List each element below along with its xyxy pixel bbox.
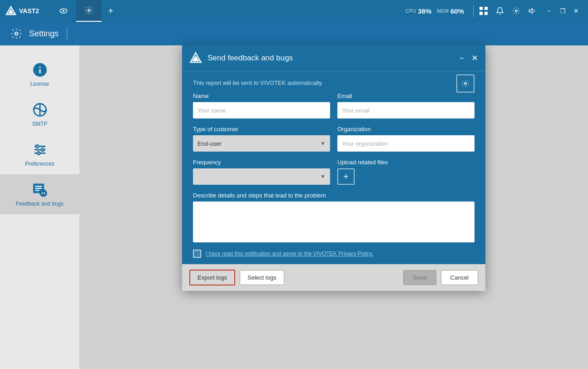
preferences-icon (32, 142, 48, 158)
cpu-stats: CPU 38% (405, 7, 431, 15)
topbar-icons (477, 5, 539, 17)
send-button[interactable]: Send (403, 270, 436, 285)
close-button[interactable]: ✕ (570, 5, 583, 17)
svg-point-28 (41, 192, 43, 194)
add-tab-button[interactable]: + (102, 6, 120, 16)
config-button[interactable] (456, 74, 474, 93)
dialog-logo-icon (189, 52, 202, 64)
frequency-select-wrap: Always Daily Weekly ▼ (193, 168, 330, 185)
name-label: Name (193, 93, 330, 99)
mem-value: 60% (450, 7, 464, 15)
settings-subheader-icon (10, 28, 22, 39)
main-layout: License SMTP Preferences (0, 45, 588, 369)
svg-marker-10 (529, 9, 533, 14)
svg-point-21 (41, 148, 44, 151)
info-icon (32, 62, 48, 78)
svg-point-20 (36, 145, 39, 148)
preferences-label: Preferences (25, 161, 54, 167)
subheader: Settings (0, 22, 588, 45)
privacy-text[interactable]: I have read this notification and agree … (206, 251, 373, 257)
frequency-group: Frequency Always Daily Weekly ▼ (193, 159, 330, 185)
svg-point-14 (39, 67, 40, 68)
smtp-label: SMTP (32, 121, 47, 127)
frequency-upload-row: Frequency Always Daily Weekly ▼ (193, 159, 474, 185)
privacy-checkbox[interactable] (193, 250, 201, 258)
license-label: License (30, 81, 49, 87)
topbar: VAST2 + CPU 38% MEM 60% (0, 0, 588, 22)
organization-label: Organization (337, 126, 474, 133)
organization-input[interactable] (337, 135, 474, 152)
email-group: Email (337, 93, 474, 118)
dialog-header: Send feedback and bugs − ✕ (182, 45, 485, 71)
app-logo: VAST2 (5, 5, 51, 16)
bell-icon[interactable] (494, 5, 506, 17)
sidebar: License SMTP Preferences (0, 45, 79, 369)
describe-label: Describe details and steps that lead to … (193, 192, 474, 199)
app-name: VAST2 (19, 7, 39, 15)
description-group: Describe details and steps that lead to … (193, 192, 474, 244)
name-input[interactable] (193, 102, 330, 118)
volume-icon[interactable] (526, 5, 539, 17)
mem-label: MEM (437, 8, 449, 14)
name-group: Name (193, 93, 330, 118)
frequency-label: Frequency (193, 159, 330, 166)
upload-group: Upload related files + (337, 159, 474, 185)
tab-eye[interactable] (51, 0, 76, 22)
cpu-value: 38% (418, 7, 431, 15)
svg-point-27 (40, 190, 47, 197)
cancel-button[interactable]: Cancel (441, 270, 478, 285)
svg-point-11 (15, 32, 18, 35)
topbar-divider (473, 5, 474, 17)
email-label: Email (337, 93, 474, 99)
svg-rect-6 (484, 7, 488, 10)
settings-icon-wrap (9, 26, 24, 41)
organization-group: Organization (337, 126, 474, 152)
svg-point-4 (88, 10, 90, 12)
svg-rect-5 (479, 7, 483, 10)
customer-org-row: Type of customer End-user Reseller Integ… (193, 126, 474, 152)
dialog-close-button[interactable]: ✕ (471, 54, 478, 62)
feedback-icon (32, 182, 48, 198)
grid-icon[interactable] (477, 5, 490, 17)
upload-label: Upload related files (337, 159, 474, 166)
dialog-container: Send feedback and bugs − ✕ This report w… (79, 45, 588, 369)
restore-button[interactable]: ❐ (556, 5, 569, 17)
sidebar-item-feedback[interactable]: Feedback and bugs (0, 174, 79, 214)
upload-button[interactable]: + (337, 168, 355, 185)
dialog-footer: Export logs Select logs Send Cancel (182, 264, 485, 291)
dialog-minimize-button[interactable]: − (459, 54, 464, 62)
description-textarea[interactable] (193, 202, 474, 242)
smtp-icon (32, 102, 48, 118)
export-logs-button[interactable]: Export logs (189, 270, 235, 285)
email-input[interactable] (337, 102, 474, 118)
settings-title: Settings (29, 29, 59, 39)
feedback-dialog: Send feedback and bugs − ✕ This report w… (182, 45, 485, 291)
frequency-select[interactable]: Always Daily Weekly (193, 168, 330, 185)
sidebar-item-license[interactable]: License (0, 54, 79, 94)
content-area: Send feedback and bugs − ✕ This report w… (79, 45, 588, 369)
minimize-button[interactable]: − (543, 5, 555, 17)
select-logs-button[interactable]: Select logs (240, 270, 284, 285)
dialog-body: This report will be sent to VIVOTEK auto… (182, 71, 485, 264)
cpu-label: CPU (405, 8, 416, 14)
dialog-title: Send feedback and bugs (208, 54, 454, 63)
customer-type-group: Type of customer End-user Reseller Integ… (193, 126, 330, 152)
svg-point-22 (37, 152, 40, 155)
customer-type-label: Type of customer (193, 126, 330, 133)
mem-stats: MEM 60% (437, 7, 464, 15)
tab-settings[interactable] (76, 0, 102, 22)
privacy-row: I have read this notification and agree … (193, 250, 474, 264)
gear-icon[interactable] (510, 5, 523, 17)
eye-icon (59, 6, 68, 15)
settings-tab-icon (84, 6, 94, 15)
window-controls: − ❐ ✕ (543, 5, 583, 17)
svg-point-32 (464, 83, 467, 85)
subheader-divider (67, 27, 67, 40)
svg-point-9 (515, 10, 518, 12)
customer-type-select[interactable]: End-user Reseller Integrator Distributor (193, 135, 330, 152)
sidebar-item-preferences[interactable]: Preferences (0, 134, 79, 174)
sidebar-item-smtp[interactable]: SMTP (0, 94, 79, 134)
name-email-row: Name Email (193, 93, 474, 118)
vast-logo-icon (5, 5, 16, 16)
customer-type-select-wrap: End-user Reseller Integrator Distributor… (193, 135, 330, 152)
